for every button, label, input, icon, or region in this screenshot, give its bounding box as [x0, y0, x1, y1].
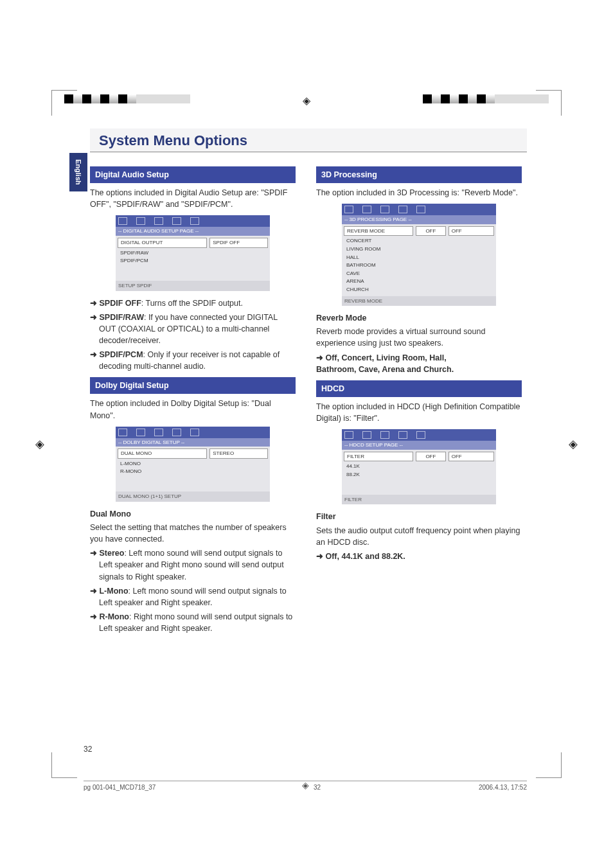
menu-option: OFF: [449, 226, 494, 236]
bullet-spdif-off: ➜ SPDIF OFF: Turns off the SPDIF output.: [90, 297, 296, 309]
menu-option: LIVING ROOM: [344, 245, 494, 254]
filter-desc: Sets the audio output cutoff frequency p…: [316, 525, 522, 548]
footer-left: pg 001-041_MCD718_37: [84, 784, 155, 791]
menu-footer: SETUP SPDIF: [116, 281, 270, 291]
menu-option: BATHROOM: [344, 261, 494, 270]
section-head-digital-audio: Digital Audio Setup: [90, 166, 296, 183]
arrow-icon: ➜: [316, 353, 325, 362]
menu-option: R-MONO: [118, 468, 268, 476]
page-title: System Menu Options: [90, 128, 527, 152]
menu-title: -- HDCD SETUP PAGE --: [342, 441, 496, 450]
menu-footer: FILTER: [342, 495, 496, 505]
dual-mono-desc: Select the setting that matches the numb…: [90, 522, 296, 545]
3d-intro: The option included in 3D Processing is:…: [316, 187, 522, 199]
digital-audio-intro: The options included in Digital Audio Se…: [90, 187, 296, 210]
menu-icon: [118, 217, 127, 225]
bullet-stereo: ➜ Stereo: Left mono sound will send outp…: [90, 547, 296, 582]
menu-row-label: DUAL MONO: [118, 448, 207, 459]
bullet-spdif-raw: ➜ SPDIF/RAW: If you have connected your …: [90, 312, 296, 346]
dolby-intro: The option included in Dolby Digital Set…: [90, 398, 296, 421]
footer-right: 2006.4.13, 17:52: [479, 784, 527, 791]
bullet-r-mono: ➜ R-Mono: Right mono sound will send out…: [90, 611, 296, 634]
menu-option: 88.2K: [344, 471, 494, 479]
page-number: 32: [84, 745, 92, 754]
menu-option: SPDIF/RAW: [118, 249, 268, 258]
arrow-icon: ➜: [90, 299, 97, 308]
menu-option: 44.1K: [344, 463, 494, 471]
menu-option: SPDIF OFF: [209, 238, 268, 248]
menu-option: OFF: [449, 452, 494, 462]
arrow-icon: ➜: [90, 350, 97, 359]
reverb-options-1: ➜ Off, Concert, Living Room, Hall,: [316, 352, 522, 364]
registration-mark-right-icon: ◈: [569, 437, 578, 451]
hdcd-intro: The option included in HDCD (High Defini…: [316, 401, 522, 424]
footer-center: 32: [314, 784, 321, 791]
menu-option: CAVE: [344, 270, 494, 278]
menu-option: ARENA: [344, 278, 494, 286]
menu-title: -- 3D PROCESSING PAGE --: [342, 215, 496, 224]
crop-mark-br: [536, 752, 562, 778]
hdcd-menu: -- HDCD SETUP PAGE -- FILTER OFF OFF 44.…: [342, 429, 496, 504]
bullet-l-mono: ➜ L-Mono: Left mono sound will send outp…: [90, 585, 296, 608]
sub-head-dual-mono: Dual Mono: [90, 508, 296, 520]
menu-option: CONCERT: [344, 237, 494, 245]
menu-footer: DUAL MONO (1+1) SETUP: [116, 492, 270, 502]
dolby-menu: -- DOLBY DIGITAL SETUP -- DUAL MONO STER…: [116, 427, 270, 502]
left-column: Digital Audio Setup The options included…: [90, 161, 296, 634]
reverb-options-2: Bathroom, Cave, Arena and Church.: [316, 364, 522, 375]
menu-footer: REVERB MODE: [342, 296, 496, 306]
arrow-icon: ➜: [90, 313, 97, 322]
right-column: 3D Processing The option included in 3D …: [316, 161, 522, 634]
menu-row-label: DIGITAL OUTPUT: [118, 238, 207, 248]
menu-title: -- DIGITAL AUDIO SETUP PAGE --: [116, 227, 270, 236]
section-head-hdcd: HDCD: [316, 380, 522, 397]
registration-mark-bottom-icon: ◈: [302, 780, 309, 790]
section-head-3d: 3D Processing: [316, 166, 522, 183]
menu-row-label: FILTER: [344, 452, 413, 462]
menu-option: L-MONO: [118, 460, 268, 468]
menu-option: SPDIF/PCM: [118, 257, 268, 265]
menu-option: HALL: [344, 254, 494, 262]
menu-option: CHURCH: [344, 286, 494, 294]
sub-head-reverb: Reverb Mode: [316, 312, 522, 324]
sub-head-filter: Filter: [316, 511, 522, 522]
menu-row-label: REVERB MODE: [344, 226, 413, 236]
crop-mark-bl: [51, 752, 77, 778]
arrow-icon: ➜: [90, 549, 97, 558]
bullet-spdif-pcm: ➜ SPDIF/PCM: Only if your receiver is no…: [90, 349, 296, 372]
top-registration-bar: ◈: [0, 94, 613, 112]
registration-mark-left-icon: ◈: [35, 437, 44, 451]
arrow-icon: ➜: [90, 612, 97, 621]
page-content: English System Menu Options Digital Audi…: [90, 128, 527, 634]
menu-title: -- DOLBY DIGITAL SETUP --: [116, 438, 270, 447]
arrow-icon: ➜: [90, 587, 97, 596]
reverb-desc: Reverb mode provides a virtual surround …: [316, 326, 522, 349]
registration-mark-icon: ◈: [303, 94, 310, 107]
footer: pg 001-041_MCD718_37 32 ◈ 2006.4.13, 17:…: [84, 781, 527, 791]
language-tab: English: [69, 153, 87, 191]
arrow-icon: ➜: [316, 552, 325, 561]
menu-mid: OFF: [416, 452, 446, 462]
3d-menu: -- 3D PROCESSING PAGE -- REVERB MODE OFF…: [342, 204, 496, 306]
menu-mid: OFF: [416, 226, 446, 236]
menu-option: STEREO: [209, 448, 268, 459]
filter-options: ➜ Off, 44.1K and 88.2K.: [316, 551, 522, 562]
section-head-dolby: Dolby Digital Setup: [90, 377, 296, 394]
digital-audio-menu: -- DIGITAL AUDIO SETUP PAGE -- DIGITAL O…: [116, 215, 270, 290]
